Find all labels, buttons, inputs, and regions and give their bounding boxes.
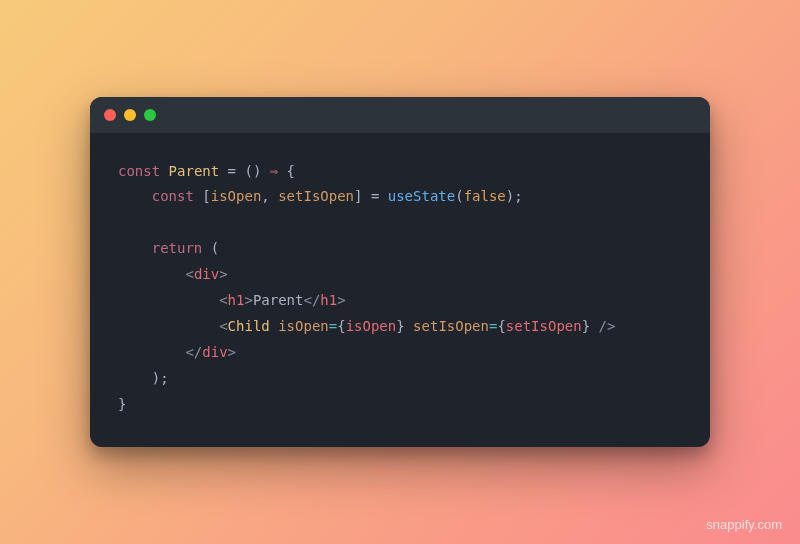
equals: = <box>329 318 337 334</box>
brace: } <box>582 318 590 334</box>
identifier-parent: Parent <box>169 163 220 179</box>
space <box>270 318 278 334</box>
tag-child: Child <box>228 318 270 334</box>
keyword-return: return <box>152 240 203 256</box>
var-setisopen: setIsOpen <box>278 188 354 204</box>
fn-usestate: useState <box>388 188 455 204</box>
keyword-const: const <box>118 163 160 179</box>
bracket: [ <box>194 188 211 204</box>
tag-div: div <box>202 344 227 360</box>
angle-bracket: > <box>244 292 252 308</box>
brace: } <box>118 396 126 412</box>
angle-bracket: > <box>219 266 227 282</box>
angle-bracket: < <box>219 292 227 308</box>
paren: ); <box>152 370 169 386</box>
attr-isopen: isOpen <box>278 318 329 334</box>
bracket: ] = <box>354 188 388 204</box>
angle-bracket: /> <box>590 318 615 334</box>
angle-bracket: </ <box>185 344 202 360</box>
minimize-icon[interactable] <box>124 109 136 121</box>
code-text: = () <box>219 163 270 179</box>
comma: , <box>261 188 278 204</box>
text-parent: Parent <box>253 292 304 308</box>
space <box>405 318 413 334</box>
angle-bracket: < <box>185 266 193 282</box>
keyword-const: const <box>152 188 194 204</box>
tag-h1: h1 <box>320 292 337 308</box>
paren: ); <box>506 188 523 204</box>
tag-div: div <box>194 266 219 282</box>
angle-bracket: </ <box>303 292 320 308</box>
angle-bracket: > <box>228 344 236 360</box>
expr-isopen: isOpen <box>346 318 397 334</box>
paren: ( <box>455 188 463 204</box>
angle-bracket: > <box>337 292 345 308</box>
window-titlebar <box>90 97 710 133</box>
watermark: snappify.com <box>706 517 782 532</box>
brace: { <box>337 318 345 334</box>
var-isopen: isOpen <box>211 188 262 204</box>
maximize-icon[interactable] <box>144 109 156 121</box>
brace: { <box>278 163 295 179</box>
code-block: const Parent = () ⇒ { const [isOpen, set… <box>90 133 710 448</box>
angle-bracket: < <box>219 318 227 334</box>
code-window: const Parent = () ⇒ { const [isOpen, set… <box>90 97 710 448</box>
paren: ( <box>202 240 219 256</box>
close-icon[interactable] <box>104 109 116 121</box>
literal-false: false <box>464 188 506 204</box>
arrow-operator: ⇒ <box>270 163 278 179</box>
tag-h1: h1 <box>228 292 245 308</box>
brace: } <box>396 318 404 334</box>
attr-setisopen: setIsOpen <box>413 318 489 334</box>
brace: { <box>497 318 505 334</box>
expr-setisopen: setIsOpen <box>506 318 582 334</box>
